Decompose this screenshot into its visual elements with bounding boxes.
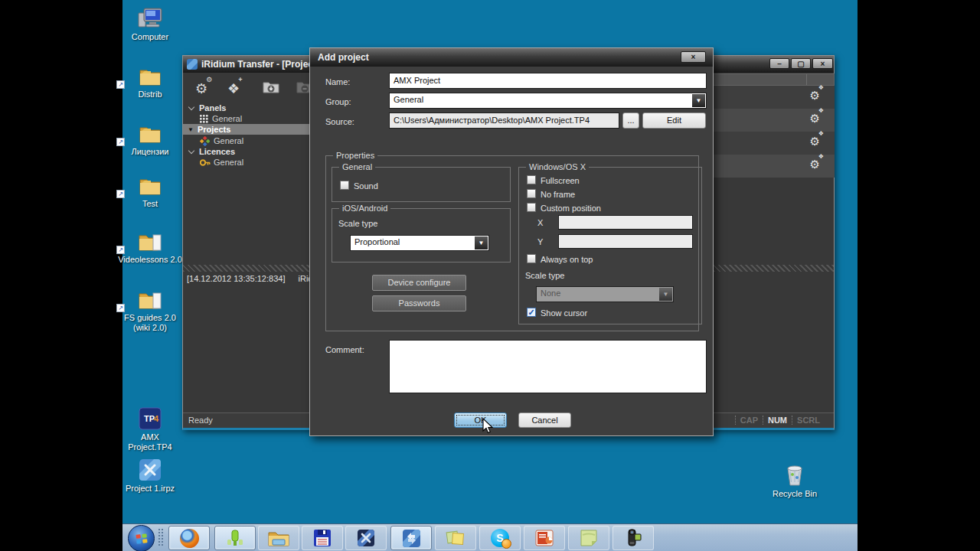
sticky-notes-icon <box>446 529 466 547</box>
name-label: Name: <box>325 77 350 86</box>
maximize-button[interactable]: ▢ <box>791 58 811 69</box>
gui-editor-icon <box>357 529 375 547</box>
taskbar-button-save-tool[interactable] <box>302 526 343 550</box>
ios-scale-type-select[interactable]: Proportional ▼ <box>350 235 489 251</box>
win-scale-type-select: None ▼ <box>536 286 674 302</box>
taskbar: S <box>122 523 858 551</box>
desktop-icon-amx-project[interactable]: TP4 AMX Project.TP4 <box>118 404 182 452</box>
iridium-app-icon <box>186 58 198 70</box>
edit-button[interactable]: Edit <box>642 112 706 129</box>
show-cursor-checkbox[interactable]: ✓ <box>527 308 536 317</box>
start-orb-icon <box>136 533 148 544</box>
sound-label: Sound <box>354 181 378 191</box>
tree-item-panels-general[interactable]: General <box>183 113 313 124</box>
dialog-titlebar: Add project × <box>310 48 713 67</box>
shortcut-arrow-icon: ↗ <box>116 190 125 198</box>
group-select[interactable]: General ▼ <box>389 93 707 109</box>
import-folder-icon[interactable] <box>263 79 279 99</box>
close-button[interactable]: × <box>812 58 833 69</box>
y-label: Y <box>537 237 543 246</box>
svg-text:TP: TP <box>144 414 155 423</box>
chevron-expanded-icon[interactable]: ▼ <box>188 126 194 133</box>
general-group: General Sound <box>332 167 511 202</box>
desktop-icon-test[interactable]: ↗ Test <box>118 171 182 209</box>
shortcut-arrow-icon: ↗ <box>116 138 125 146</box>
svg-text:4: 4 <box>154 414 159 423</box>
fullscreen-checkbox[interactable] <box>527 175 536 184</box>
cancel-button[interactable]: Cancel <box>518 412 571 428</box>
taskbar-button-sticky-notes[interactable] <box>435 526 476 550</box>
taskbar-button-gui-editor[interactable] <box>345 526 387 550</box>
taskbar-button-skype[interactable]: S <box>479 526 521 550</box>
licence-key-icon <box>200 158 211 167</box>
chevron-down-icon[interactable] <box>188 148 194 154</box>
desktop-icon-project1[interactable]: Project 1.irpz <box>118 455 182 494</box>
chevron-down-icon: ▼ <box>659 288 672 301</box>
project-diamond-icon <box>200 136 210 146</box>
tree-item-projects[interactable]: ▼ Projects <box>183 124 313 135</box>
source-input[interactable]: C:\Users\Администратор\Desktop\AMX Proje… <box>389 112 619 129</box>
settings-gear-icon[interactable]: ⚙⚙ <box>195 76 214 99</box>
tp4-file-icon: TP4 <box>118 404 182 430</box>
taskbar-button-firefox[interactable] <box>168 526 210 550</box>
desktop-icon-distrib[interactable]: ↗ Distrib <box>118 61 182 99</box>
folder-doc-shortcut-icon: ↗ <box>118 227 182 253</box>
taskbar-button-camcorder[interactable] <box>612 526 654 550</box>
custom-position-checkbox[interactable] <box>527 203 536 212</box>
taskbar-button-powerpoint[interactable] <box>524 526 565 550</box>
source-label: Source: <box>325 117 354 126</box>
device-gear-icon[interactable]: ⚙❖ <box>809 135 825 148</box>
add-project-dialog: Add project × Name: AMX Project Group: G… <box>309 47 714 436</box>
chevron-down-icon[interactable] <box>188 104 194 110</box>
desktop-icon-computer[interactable]: Computer <box>118 4 182 42</box>
mouse-cursor <box>482 418 494 435</box>
device-gear-icon[interactable]: ⚙❖ <box>809 89 825 103</box>
device-gear-icon[interactable]: ⚙❖ <box>809 112 825 126</box>
keyboard-indicators: CAPNUMSCRL <box>735 416 825 425</box>
tree-item-licences-general[interactable]: General <box>183 157 313 168</box>
ok-button[interactable]: OK <box>454 412 507 428</box>
num-indicator: NUM <box>763 416 792 425</box>
tree-item-panels[interactable]: Panels <box>183 103 313 113</box>
start-button[interactable] <box>128 525 155 551</box>
recycle-bin-icon <box>763 461 827 487</box>
add-project-icon[interactable]: ❖+ <box>227 76 243 99</box>
taskbar-button-explorer[interactable] <box>258 526 299 550</box>
panels-grid-icon <box>200 115 208 123</box>
close-icon[interactable]: × <box>681 51 706 63</box>
y-input[interactable] <box>558 234 693 249</box>
taskbar-button-green-app[interactable] <box>214 526 256 550</box>
windows-osx-group: Windows/OS X Fullscreen No frame Custom … <box>518 167 702 324</box>
desktop-icon-videolessons[interactable]: ↗ Videolessons 2.0 <box>118 227 182 265</box>
browse-button[interactable]: ... <box>622 112 639 129</box>
powerpoint-icon <box>535 530 554 546</box>
irpz-file-icon <box>118 455 182 481</box>
desktop-icon-recycle-bin[interactable]: Recycle Bin <box>763 461 827 499</box>
chevron-down-icon[interactable]: ▼ <box>475 236 488 249</box>
notes-pad-icon <box>580 529 598 547</box>
desktop-icon-fs-guides[interactable]: ↗ FS guides 2.0 (wiki 2.0) <box>118 285 182 333</box>
folder-shortcut-icon: ↗ <box>118 171 182 197</box>
taskbar-button-notes-pad[interactable] <box>568 526 609 550</box>
taskbar-button-iridium-transfer[interactable] <box>390 526 432 550</box>
dialog-title: Add project <box>318 52 369 63</box>
chevron-down-icon[interactable]: ▼ <box>692 94 705 107</box>
desktop-icon-licenses[interactable]: ↗ Лицензии <box>118 119 182 157</box>
minimize-button[interactable]: – <box>769 58 789 69</box>
device-configure-button[interactable]: Device configure <box>372 275 466 291</box>
comment-textarea[interactable] <box>389 340 707 393</box>
green-app-icon <box>226 529 244 547</box>
folder-shortcut-icon: ↗ <box>118 119 182 145</box>
tree-item-projects-general[interactable]: General <box>183 135 313 146</box>
folder-shortcut-icon: ↗ <box>118 61 182 87</box>
no-frame-checkbox[interactable] <box>527 189 536 198</box>
sound-checkbox[interactable] <box>340 181 349 190</box>
tree-item-licences[interactable]: Licences <box>183 146 313 157</box>
passwords-button[interactable]: Passwords <box>372 295 466 311</box>
x-input[interactable] <box>558 215 693 230</box>
taskbar-grip <box>158 528 165 547</box>
name-input[interactable]: AMX Project <box>389 73 707 89</box>
always-on-top-checkbox[interactable] <box>527 254 536 263</box>
ios-android-group: iOS/Android Scale type Proportional ▼ <box>332 208 511 262</box>
device-gear-icon[interactable]: ⚙❖ <box>809 158 825 171</box>
